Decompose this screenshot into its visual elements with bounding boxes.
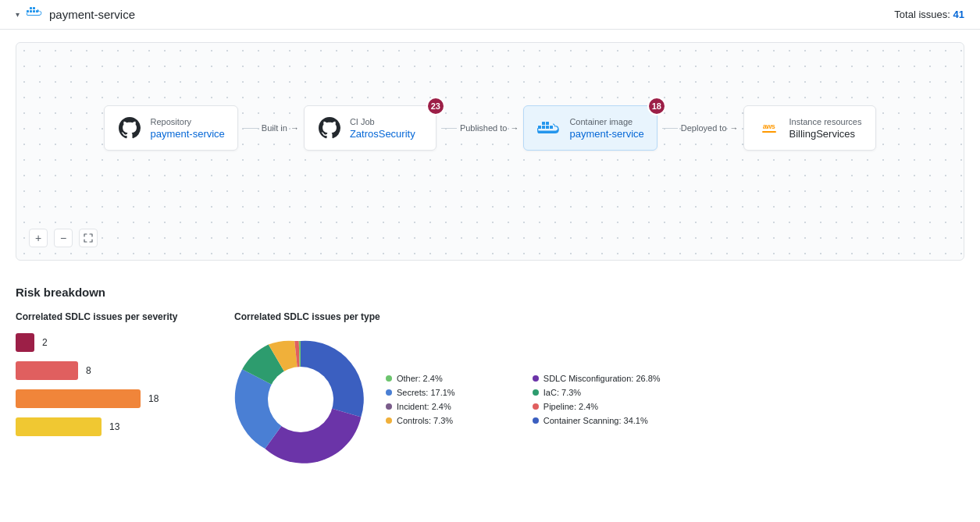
ci-job-value[interactable]: ZatrosSecurity [350,128,415,140]
docker-icon [26,6,43,23]
legend-item-incident: Incident: 2.4% [386,402,514,411]
instance-resources-node[interactable]: aws Instance resources BillingServices [743,105,876,151]
zoom-out-button[interactable]: − [54,229,73,247]
donut-wrapper: Other: 2.4% SDLC Misconfiguration: 26.8%… [234,333,964,466]
bar-chart-section: Correlated SDLC issues per severity 2 8 … [16,311,203,446]
instance-resources-label: Instance resources [789,117,862,126]
donut-chart-subtitle: Correlated SDLC issues per type [234,311,964,322]
svg-point-12 [268,367,333,432]
instance-resources-value: BillingServices [789,128,862,140]
legend-label-sdlc: SDLC Misconfiguration: 26.8% [543,374,661,383]
connector-built-in: Built in → [238,123,304,133]
legend-dot-sdlc [533,375,539,382]
bar-count-3: 18 [148,393,161,404]
total-issues-count: 41 [953,9,964,20]
chevron-down-icon[interactable]: ▾ [16,10,20,19]
connector-published-to: Published to → [437,123,524,133]
top-bar: ▾ payment-service Total issues: 41 [0,0,980,30]
svg-rect-8 [546,126,549,129]
legend-label-iac: IaC: 7.3% [543,388,581,397]
repository-text: Repository payment-service [150,117,224,140]
connector-deployed-to: Deployed to → [657,123,743,133]
repository-value[interactable]: payment-service [150,128,224,140]
ci-job-label: CI Job [350,117,415,126]
github-icon [117,115,142,140]
svg-rect-6 [538,126,541,129]
legend-item-pipeline: Pipeline: 2.4% [533,402,661,411]
svg-rect-11 [550,126,553,129]
bar-row-3: 18 [16,389,203,408]
connector-label-3: Deployed to [681,123,727,133]
legend-item-controls: Controls: 7.3% [386,416,514,425]
svg-rect-3 [30,7,32,9]
service-header: ▾ payment-service [16,6,135,23]
bar-count-1: 2 [42,337,55,348]
legend-label-incident: Incident: 2.4% [397,402,451,411]
svg-rect-9 [542,122,545,125]
svg-rect-7 [542,126,545,129]
ci-job-node[interactable]: 23 CI Job ZatrosSecurity [304,105,437,151]
bar-count-4: 13 [109,421,122,432]
container-image-text: Container image payment-service [569,117,643,140]
legend-dot-other [386,375,392,382]
aws-icon: aws [757,115,782,140]
legend-label-secrets: Secrets: 17.1% [397,388,455,397]
legend-label-other: Other: 2.4% [397,374,443,383]
container-image-label: Container image [569,117,643,126]
container-image-badge: 18 [647,97,666,115]
legend-dot-secrets [386,389,392,396]
fullscreen-button[interactable] [79,229,98,247]
legend-item-container-scanning: Container Scanning: 34.1% [533,416,661,425]
legend-item-iac: IaC: 7.3% [533,388,661,397]
charts-row: Correlated SDLC issues per severity 2 8 … [16,311,964,466]
total-issues-label: Total issues: [894,9,950,20]
service-name: payment-service [49,8,135,21]
zoom-in-button[interactable]: + [29,229,48,247]
svg-rect-4 [33,7,35,9]
connector-label-1: Built in [262,123,287,133]
instance-resources-text: Instance resources BillingServices [789,117,862,140]
pipeline-diagram: Repository payment-service Built in → 23… [16,42,964,261]
legend-label-pipeline: Pipeline: 2.4% [543,402,598,411]
arrow-icon-2: → [510,123,519,133]
legend-item-secrets: Secrets: 17.1% [386,388,514,397]
donut-chart-svg [234,333,367,466]
severity-bar-1 [16,333,34,352]
donut-chart-section: Correlated SDLC issues per type [234,311,964,466]
bar-row-1: 2 [16,333,203,352]
risk-section-title: Risk breakdown [16,286,964,299]
legend-dot-incident [386,403,392,410]
severity-bar-3 [16,389,141,408]
arrow-icon-3: → [730,123,739,133]
severity-bar-2 [16,361,78,380]
legend-dot-pipeline [533,403,539,410]
bar-chart-subtitle: Correlated SDLC issues per severity [16,311,203,322]
severity-bar-4 [16,417,102,436]
legend-label-container-scanning: Container Scanning: 34.1% [543,416,648,425]
arrow-icon-1: → [290,123,299,133]
pipeline-flow: Repository payment-service Built in → 23… [16,43,964,213]
github-ci-icon [317,115,342,140]
container-image-value[interactable]: payment-service [569,128,643,140]
zoom-controls: + − [29,229,98,247]
repository-node[interactable]: Repository payment-service [104,105,237,151]
container-image-node[interactable]: 18 Container image payment-service [523,105,657,151]
risk-breakdown-section: Risk breakdown Correlated SDLC issues pe… [0,273,980,478]
legend-label-controls: Controls: 7.3% [397,416,453,425]
docker-container-icon [536,115,561,140]
svg-rect-10 [546,122,549,125]
bar-count-2: 8 [86,365,98,376]
ci-job-text: CI Job ZatrosSecurity [350,117,415,140]
bar-row-2: 8 [16,361,203,380]
svg-rect-1 [30,10,32,12]
legend-item-other: Other: 2.4% [386,374,514,383]
svg-rect-2 [33,10,35,12]
legend-dot-iac [533,389,539,396]
svg-rect-5 [36,10,38,12]
legend-dot-controls [386,417,392,424]
connector-label-2: Published to [460,123,508,133]
bar-row-4: 13 [16,417,203,436]
total-issues: Total issues: 41 [894,9,964,20]
legend-dot-container-scanning [533,417,539,424]
ci-job-badge: 23 [426,97,445,115]
